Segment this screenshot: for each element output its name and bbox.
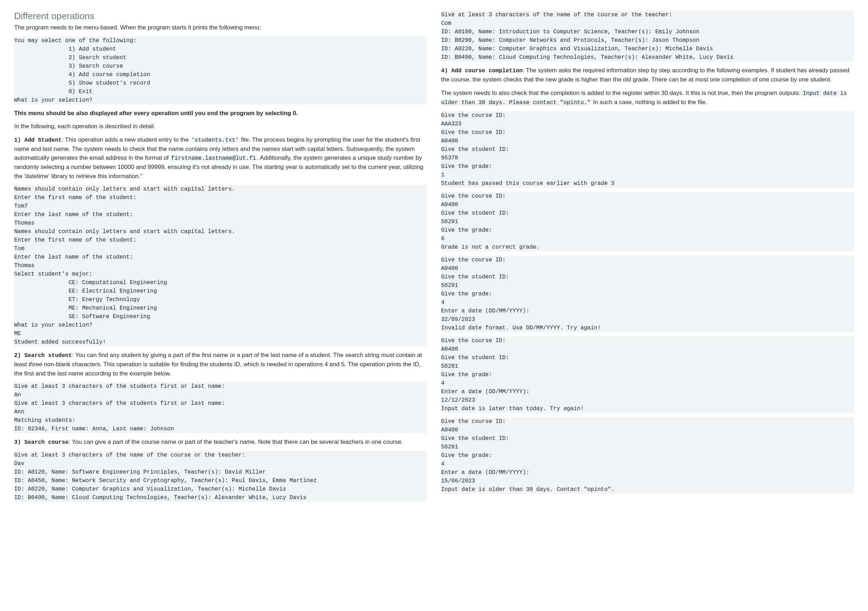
right-column: Give at least 3 characters of the name o…	[441, 11, 854, 506]
section-4-code-3: Give the course ID: A0400 Give the stude…	[441, 256, 854, 332]
section-4-t2b: In such a case, nothing is added to the …	[591, 99, 707, 106]
left-column: Different operations The program needs t…	[14, 11, 427, 506]
section-3-code-2: Give at least 3 characters of the name o…	[441, 11, 854, 62]
detail-intro: In the following, each operation is desc…	[14, 122, 427, 131]
section-4-code-2: Give the course ID: A0400 Give the stude…	[441, 192, 854, 252]
section-1-text: 1) Add Student: This operation adds a ne…	[14, 135, 427, 181]
document-page: Different operations The program needs t…	[0, 0, 868, 517]
section-1-code: Names should contain only letters and st…	[14, 185, 427, 347]
section-3-code-1: Give at least 3 characters of the name o…	[14, 451, 427, 502]
page-title: Different operations	[14, 11, 427, 22]
intro-text: The program needs to be menu-based. When…	[14, 23, 427, 32]
section-2-t2: non-blank characters. This operation is …	[14, 361, 421, 377]
section-2-lead: 2) Search student	[14, 353, 72, 359]
section-2-three: three	[29, 361, 42, 368]
section-4-code-5: Give the course ID: A0400 Give the stude…	[441, 417, 854, 494]
section-1-lead: 1) Add Student	[14, 137, 62, 143]
students-file: 'students.txt'	[191, 137, 239, 143]
section-4-text-1: 4) Add course completion: The system ask…	[441, 66, 854, 84]
email-format: firstname.lastname@lut.fi	[170, 155, 257, 162]
section-2-text: 2) Search student: You can find any stud…	[14, 351, 427, 378]
section-2-code: Give at least 3 characters of the studen…	[14, 382, 427, 433]
section-1-t1: : This operation adds a new student entr…	[62, 136, 191, 143]
section-3-t1: : You can give a part of the course name…	[69, 438, 403, 445]
section-4-code-1: Give the course ID: AAA323 Give the cour…	[441, 111, 854, 188]
menu-note: This menu should be also displayed after…	[14, 109, 427, 118]
section-4-t2a: The system needs to also check that the …	[441, 90, 802, 96]
section-4-text-2: The system needs to also check that the …	[441, 89, 854, 107]
section-4-code-4: Give the course ID: A0400 Give the stude…	[441, 336, 854, 413]
section-4-lead: 4) Add course completion	[441, 68, 522, 74]
section-3-lead: 3) Search course	[14, 439, 69, 446]
menu-code-block: You may select one of the following: 1) …	[14, 36, 427, 104]
section-3-text: 3) Search course: You can give a part of…	[14, 437, 427, 447]
